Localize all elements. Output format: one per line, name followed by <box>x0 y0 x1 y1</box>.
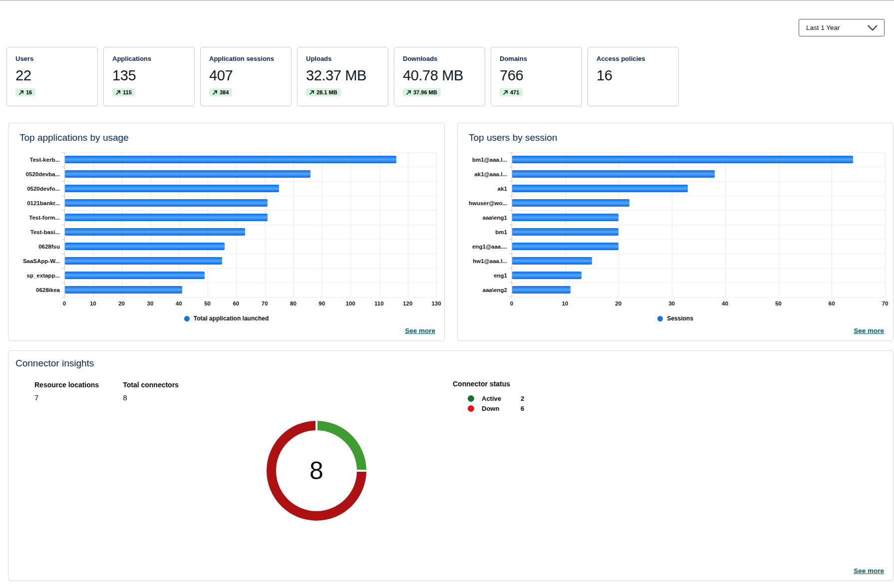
axis-tick <box>62 225 65 225</box>
category-label: hwuser@wo... <box>469 200 507 206</box>
x-tick-label: 40 <box>722 300 728 306</box>
connector-status-legend: Connector status Active 2 Down 6 <box>453 380 524 412</box>
trend-value: 115 <box>123 89 132 95</box>
gridline <box>65 196 436 196</box>
top-users-card: Top users by session bm1@aaa.l...ak1@aaa… <box>457 123 894 341</box>
x-tick-label: 10 <box>562 300 568 306</box>
bar-0121bankr[interactable] <box>65 199 268 207</box>
bar-bm1[interactable] <box>512 228 618 236</box>
chart-legend: Total application launched <box>16 315 436 322</box>
plot-area: bm1@aaa.l...ak1@aaa.l...ak1hwuser@wo...a… <box>512 152 885 297</box>
legend-dot-icon <box>184 316 190 321</box>
x-tick-label: 120 <box>403 300 412 306</box>
stat-title: Application sessions <box>209 55 283 62</box>
bar-chart-users: bm1@aaa.l...ak1@aaa.l...ak1hwuser@wo...a… <box>466 152 885 308</box>
trend-up-icon <box>212 90 218 95</box>
bar-hwuser-wo[interactable] <box>512 199 629 207</box>
gridline <box>512 152 885 153</box>
chevron-down-icon <box>867 24 878 31</box>
gridline <box>512 167 885 167</box>
category-label: ak1@aaa.l... <box>474 171 507 177</box>
x-tick-label: 0 <box>510 300 513 306</box>
bar-test-basi[interactable] <box>65 228 245 236</box>
bar-0520devba[interactable] <box>65 170 310 178</box>
legend-label: Sessions <box>667 315 693 322</box>
time-filter-value: Last 1 Year <box>806 24 840 31</box>
axis-tick <box>509 152 512 153</box>
category-label: ak1 <box>498 186 507 192</box>
x-tick-label: 130 <box>431 300 441 306</box>
bar-saasapp-w[interactable] <box>65 257 222 265</box>
trend-badge: 28.1 MB <box>306 88 341 96</box>
trend-value: 471 <box>510 89 519 95</box>
stat-card-downloads: Downloads40.78 MB37.96 MB <box>394 47 485 106</box>
x-tick-label: 20 <box>615 300 621 306</box>
axis-tick <box>62 196 65 196</box>
bar-0628fsu[interactable] <box>65 243 225 250</box>
stat-title: Uploads <box>306 55 379 62</box>
x-tick-label: 30 <box>147 300 154 306</box>
axis-tick <box>62 152 65 153</box>
gridline <box>65 181 436 182</box>
axis-tick <box>62 283 65 283</box>
category-label: aaa\eng2 <box>483 287 507 293</box>
trend-up-icon <box>503 90 508 95</box>
stat-label: Total connectors <box>123 381 179 389</box>
gridline <box>512 239 885 240</box>
axis-tick <box>62 254 65 254</box>
stat-value: 16 <box>596 67 670 84</box>
active-status-dot-icon <box>468 395 474 402</box>
connector-stats: Resource locations 7 Total connectors 8 <box>34 381 179 402</box>
x-tick-label: 40 <box>176 300 182 306</box>
connector-donut-chart[interactable]: 8 <box>267 421 366 521</box>
bar-sp-extapp[interactable] <box>65 272 205 279</box>
stat-card-access-policies: Access policies16 <box>588 47 679 106</box>
axis-tick <box>509 297 512 297</box>
x-tick-label: 20 <box>118 300 125 306</box>
see-more-link[interactable]: See more <box>854 567 884 575</box>
plot-area: Test-kerb...0520devba...0520devfo...0121… <box>64 152 436 297</box>
legend-title: Connector status <box>453 380 524 388</box>
gridline <box>512 283 885 283</box>
category-label: 0520devba... <box>26 171 60 177</box>
bar-ak1-aaa-l[interactable] <box>512 170 715 178</box>
gridline <box>512 254 885 254</box>
axis-tick <box>509 210 512 211</box>
stat-value: 8 <box>123 393 179 402</box>
time-filter-dropdown[interactable]: Last 1 Year <box>799 19 885 36</box>
bar-test-form[interactable] <box>65 214 268 221</box>
dashboard-page: Last 1 Year Users2216Applications135115A… <box>0 0 894 588</box>
bar-bm1-aaa-l[interactable] <box>512 156 853 163</box>
x-tick-label: 100 <box>345 300 355 306</box>
bar-aaa-eng2[interactable] <box>512 286 571 294</box>
category-label: sp_extapp... <box>27 273 60 279</box>
bar-0520devfo[interactable] <box>65 185 279 192</box>
trend-up-icon <box>18 90 24 95</box>
x-tick-label: 0 <box>63 300 66 306</box>
gridline <box>65 254 436 254</box>
bar-eng1-aaa[interactable] <box>512 243 618 250</box>
x-tick-label: 80 <box>290 300 297 306</box>
gridline <box>65 210 436 211</box>
see-more-link[interactable]: See more <box>854 327 884 334</box>
bar-ak1[interactable] <box>512 185 688 192</box>
stat-cards-row: Users2216Applications135115Application s… <box>6 47 679 106</box>
stat-value: 766 <box>500 67 573 84</box>
bar-aaa-eng1[interactable] <box>512 214 618 221</box>
resource-locations-stat: Resource locations 7 <box>34 381 99 402</box>
see-more-link[interactable]: See more <box>405 327 435 334</box>
stat-card-uploads: Uploads32.37 MB28.1 MB <box>297 47 388 106</box>
x-tick-label: 70 <box>882 300 889 306</box>
axis-tick <box>509 167 512 167</box>
x-tick-label: 60 <box>829 300 835 306</box>
stat-title: Downloads <box>403 55 476 62</box>
gridline <box>512 225 885 225</box>
bar-eng1[interactable] <box>512 272 582 279</box>
stat-value: 407 <box>209 67 283 84</box>
bar-hw1-aaa-l[interactable] <box>512 257 592 265</box>
gridline <box>65 297 436 297</box>
gridline <box>512 297 885 297</box>
bar-test-kerb[interactable] <box>65 156 396 163</box>
axis-tick <box>509 225 512 225</box>
bar-0628ikea[interactable] <box>65 286 182 294</box>
